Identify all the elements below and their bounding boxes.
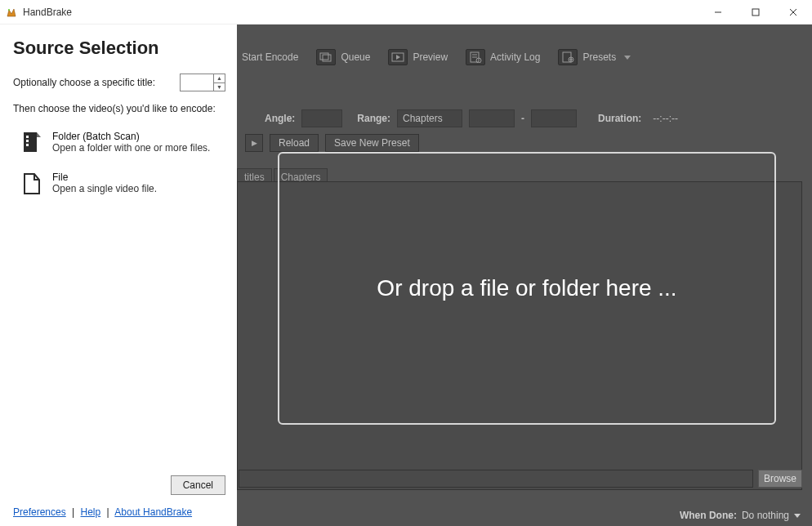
file-option[interactable]: File Open a single video file. bbox=[13, 167, 225, 207]
svg-rect-19 bbox=[26, 140, 29, 142]
instruction-text: Then choose the video(s) you'd like to e… bbox=[13, 103, 225, 114]
angle-select[interactable] bbox=[301, 109, 342, 127]
source-selection-panel: Source Selection Optionally choose a spe… bbox=[0, 25, 237, 526]
save-new-preset-button[interactable]: Save New Preset bbox=[325, 134, 419, 152]
range-start-select[interactable] bbox=[469, 109, 515, 127]
svg-rect-18 bbox=[26, 136, 29, 138]
app-icon bbox=[5, 6, 18, 19]
destination-path-field[interactable] bbox=[239, 470, 753, 488]
source-info-row: Angle: Range: Chapters - Duration: --:--… bbox=[237, 106, 804, 131]
cancel-button[interactable]: Cancel bbox=[171, 475, 225, 495]
preview-icon bbox=[388, 49, 408, 65]
toolbar: Start Encode Queue Preview Activity Log bbox=[237, 39, 804, 75]
spinner-down[interactable]: ▼ bbox=[214, 83, 225, 91]
title-spinner[interactable]: ▲ ▼ bbox=[180, 74, 225, 91]
preview-label: Preview bbox=[413, 51, 448, 63]
file-option-desc: Open a single video file. bbox=[52, 183, 157, 194]
panel-heading: Source Selection bbox=[13, 38, 225, 59]
folder-option[interactable]: Folder (Batch Scan) Open a folder with o… bbox=[13, 126, 225, 167]
title-row: Optionally choose a specific title: ▲ ▼ bbox=[13, 74, 225, 91]
when-done-label: When Done: bbox=[680, 510, 737, 521]
svg-marker-8 bbox=[396, 55, 400, 60]
reload-button[interactable]: Reload bbox=[270, 134, 319, 152]
when-done-row: When Done: Do nothing bbox=[680, 510, 801, 521]
svg-rect-2 bbox=[752, 9, 759, 16]
activity-log-icon bbox=[466, 49, 485, 65]
footer-links: Preferences | Help | About HandBrake bbox=[13, 506, 225, 518]
help-link[interactable]: Help bbox=[81, 506, 101, 518]
title-label: Optionally choose a specific title: bbox=[13, 77, 155, 88]
queue-label: Queue bbox=[341, 51, 370, 63]
presets-label: Presets bbox=[582, 51, 616, 63]
file-option-title: File bbox=[52, 172, 157, 183]
browse-button[interactable]: Browse bbox=[758, 470, 802, 488]
folder-option-desc: Open a folder with one or more files. bbox=[52, 142, 210, 154]
presets-icon bbox=[558, 49, 578, 65]
preview-button[interactable]: Preview bbox=[383, 46, 453, 69]
duration-label: Duration: bbox=[598, 113, 641, 124]
about-link[interactable]: About HandBrake bbox=[114, 506, 192, 518]
drop-zone-text: Or drop a file or folder here ... bbox=[377, 275, 676, 301]
title-input[interactable] bbox=[181, 74, 213, 91]
folder-option-title: Folder (Batch Scan) bbox=[52, 131, 210, 142]
start-encode-label: Start Encode bbox=[242, 51, 298, 63]
preferences-link[interactable]: Preferences bbox=[13, 506, 66, 518]
drop-zone[interactable]: Or drop a file or folder here ... bbox=[278, 152, 776, 425]
range-dash: - bbox=[521, 113, 524, 124]
queue-icon bbox=[316, 49, 336, 65]
range-label: Range: bbox=[357, 113, 390, 124]
chevron-down-icon bbox=[624, 56, 631, 60]
duration-value: --:--:-- bbox=[653, 113, 678, 124]
destination-row: Browse bbox=[239, 469, 802, 488]
angle-label: Angle: bbox=[265, 113, 295, 124]
close-button[interactable] bbox=[774, 0, 812, 24]
file-icon bbox=[21, 172, 42, 196]
queue-button[interactable]: Queue bbox=[311, 46, 375, 69]
svg-rect-5 bbox=[320, 53, 328, 60]
range-end-select[interactable] bbox=[531, 109, 577, 127]
maximize-button[interactable] bbox=[737, 0, 774, 24]
app-title: HandBrake bbox=[23, 7, 72, 18]
activity-log-label: Activity Log bbox=[490, 51, 540, 63]
svg-rect-17 bbox=[24, 132, 37, 152]
preset-button-row: ▶ Reload Save New Preset bbox=[245, 134, 419, 152]
folder-icon bbox=[21, 131, 42, 155]
play-indicator[interactable]: ▶ bbox=[245, 134, 263, 152]
svg-point-0 bbox=[8, 9, 10, 11]
spinner-up[interactable]: ▲ bbox=[214, 74, 225, 83]
window-controls bbox=[699, 0, 812, 24]
chevron-down-icon bbox=[794, 514, 801, 518]
range-type-select[interactable]: Chapters bbox=[397, 109, 462, 127]
activity-log-button[interactable]: Activity Log bbox=[461, 46, 545, 69]
presets-button[interactable]: Presets bbox=[553, 46, 636, 69]
minimize-button[interactable] bbox=[699, 0, 737, 24]
when-done-value[interactable]: Do nothing bbox=[742, 510, 789, 521]
title-bar: HandBrake bbox=[0, 0, 812, 25]
svg-rect-20 bbox=[26, 144, 29, 146]
start-encode-button[interactable]: Start Encode bbox=[237, 48, 303, 66]
svg-rect-6 bbox=[323, 55, 331, 61]
